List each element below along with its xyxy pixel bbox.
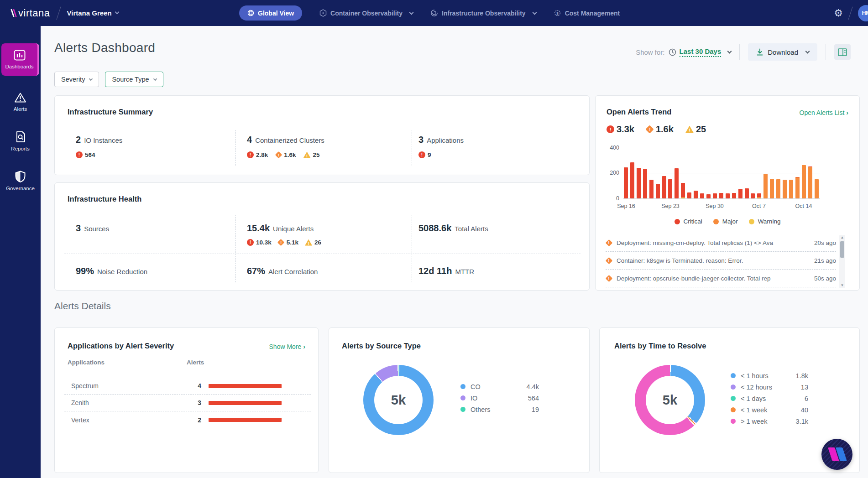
major-icon xyxy=(278,239,284,246)
shield-icon xyxy=(15,171,26,182)
major-badge: 1.6k xyxy=(275,151,296,158)
scroll-down-icon[interactable]: ▼ xyxy=(839,283,845,288)
stat-value: 67% xyxy=(247,266,265,276)
card-title: Infrastructure Summary xyxy=(68,108,153,116)
stat-label: Sources xyxy=(84,225,109,233)
nav-global-view-label: Global View xyxy=(258,10,294,17)
legend-value: 1.8k xyxy=(796,372,808,379)
svg-text:$: $ xyxy=(556,11,559,16)
critical-count: 9 xyxy=(428,151,431,158)
sidebar-item-alerts[interactable]: Alerts xyxy=(0,87,41,117)
trend-bar xyxy=(681,183,685,198)
alert-list-item[interactable]: Container: k8sgw is Terminated. reason: … xyxy=(606,252,836,270)
legend-label: < 1 hours xyxy=(741,372,796,379)
legend-dot xyxy=(749,219,754,224)
stat-label: IO Instances xyxy=(84,136,122,144)
severity-bar xyxy=(209,418,282,422)
download-label: Download xyxy=(768,48,798,56)
trend-severity-stats: !3.3k 1.6k !25 xyxy=(607,124,706,135)
stat-value: 3 xyxy=(418,135,424,145)
show-more-link[interactable]: Show More› xyxy=(269,343,305,350)
source-type-legend: CO 4.4k IO 564 Others 19 xyxy=(460,381,539,415)
time-range-selector[interactable]: Last 30 Days xyxy=(669,47,732,57)
trend-bar xyxy=(789,180,793,198)
legend-dot xyxy=(713,219,719,224)
org-selector[interactable]: Virtana Green xyxy=(67,9,119,17)
user-avatar[interactable]: HM xyxy=(858,5,868,21)
y-axis-tick: 0 xyxy=(604,195,619,202)
critical-icon: ! xyxy=(607,125,614,133)
legend-row-co: CO 4.4k xyxy=(460,381,539,392)
legend-label: Others xyxy=(471,406,532,413)
open-alerts-list-link[interactable]: Open Alerts List› xyxy=(800,109,849,116)
card-title: Alerts by Time to Resolve xyxy=(614,342,706,350)
sidebar-item-reports[interactable]: Reports xyxy=(0,125,41,157)
nav-cost-management[interactable]: $ Cost Management xyxy=(554,9,620,17)
bar-segment-major xyxy=(815,179,819,198)
table-row[interactable]: Vertex 2 xyxy=(64,411,311,428)
globe-icon xyxy=(247,10,254,16)
legend-row-lt-1-days: < 1 days 6 xyxy=(731,393,808,404)
table-row[interactable]: Zenith 3 xyxy=(64,395,311,411)
infrastructure-summary-card: Infrastructure Summary 2 IO Instances !5… xyxy=(54,95,590,175)
nav-infrastructure-observability[interactable]: Infrastructure Observability xyxy=(430,9,536,17)
severity-bar xyxy=(209,384,282,388)
virtana-logo[interactable]: virtana xyxy=(12,7,50,19)
applications-by-severity-card: Applications by Alert Severity Show More… xyxy=(54,327,319,473)
scrollbar-thumb[interactable] xyxy=(840,241,844,258)
bar-segment-critical xyxy=(757,193,761,197)
alert-list-item[interactable]: Deployment: opscruise-bundle-jaeger-coll… xyxy=(606,270,836,287)
sidebar-item-dashboards[interactable]: Dashboards xyxy=(1,43,39,76)
critical-icon: ! xyxy=(247,151,254,158)
settings-gear-icon[interactable]: ⚙ xyxy=(834,8,843,18)
applications-table: Spectrum 4 Zenith 3 Vertex 2 xyxy=(64,378,311,428)
bar-segment-critical xyxy=(719,193,723,198)
summary-col-containerized-clusters: 4 Containerized Clusters !2.8k 1.6k !25 xyxy=(247,135,324,158)
card-title: Applications by Alert Severity xyxy=(68,342,174,350)
alert-list-item[interactable]: Deployment: missing-cm-deploy. Total rep… xyxy=(606,234,836,252)
download-icon xyxy=(756,48,763,56)
application-name: Zenith xyxy=(64,399,176,406)
summary-col-applications: 3 Applications !9 xyxy=(418,135,464,158)
virtana-chat-bubble-button[interactable] xyxy=(821,439,852,470)
bar-segment-critical xyxy=(732,193,736,198)
alert-time: 50s ago xyxy=(814,275,836,282)
sidebar-item-governance[interactable]: Governance xyxy=(0,165,41,197)
legend-label: IO xyxy=(471,395,528,402)
divider xyxy=(235,130,236,166)
legend-dot xyxy=(460,395,465,400)
severity-filter-label: Severity xyxy=(61,76,85,83)
header-controls: Show for: Last 30 Days Download xyxy=(636,43,851,61)
trend-bar xyxy=(808,166,812,198)
sidebar: Dashboards Alerts Reports Governance xyxy=(0,26,41,478)
health-noise-reduction: 99% Noise Reduction xyxy=(76,266,147,276)
bar-segment-major xyxy=(757,197,761,198)
stat-label: Noise Reduction xyxy=(97,268,147,275)
legend-dot xyxy=(731,407,736,412)
trend-bar xyxy=(757,193,761,198)
source-type-filter-dropdown[interactable]: Source Type xyxy=(105,72,163,87)
trend-bar xyxy=(783,180,787,198)
legend-value: 3.1k xyxy=(796,418,808,425)
book-panel-icon xyxy=(838,48,847,56)
application-name: Vertex xyxy=(64,416,176,424)
side-panel-toggle-button[interactable] xyxy=(834,44,851,60)
download-button[interactable]: Download xyxy=(748,43,817,61)
critical-badge: !564 xyxy=(76,151,95,158)
y-axis-tick: 400 xyxy=(604,145,619,151)
trend-bar xyxy=(643,169,647,198)
nav-container-observability[interactable]: Container Observability xyxy=(319,9,413,17)
table-row[interactable]: Spectrum 4 xyxy=(64,378,311,395)
list-scrollbar[interactable]: ▲ ▼ xyxy=(839,235,845,288)
major-icon xyxy=(275,152,282,158)
alert-count: 3 xyxy=(176,399,201,406)
legend-row-lt-1-week: < 1 week 40 xyxy=(731,404,808,416)
trend-bar xyxy=(795,177,800,198)
severity-filter-dropdown[interactable]: Severity xyxy=(54,72,99,87)
hexagon-icon xyxy=(319,9,327,17)
trend-bar xyxy=(668,179,672,198)
alert-text: Container: k8sgw is Terminated. reason: … xyxy=(617,257,806,264)
scroll-up-icon[interactable]: ▲ xyxy=(839,235,845,240)
nav-global-view[interactable]: Global View xyxy=(239,5,302,21)
legend-dot xyxy=(460,407,465,412)
